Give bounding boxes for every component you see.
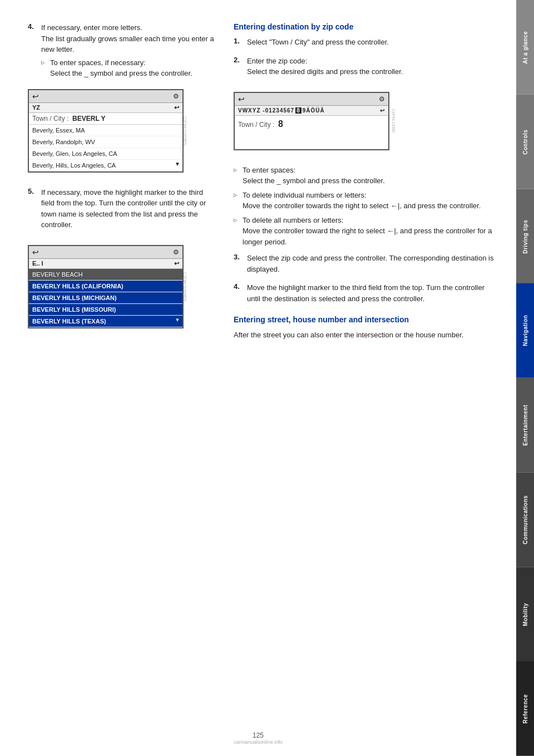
- settings-icon-2: ⚙: [173, 248, 179, 256]
- scroll-down-icon-2: ▼: [175, 317, 180, 323]
- step-1-right-num: 1.: [234, 37, 243, 48]
- zip-bullet-1: ▷ To enter spaces: Select the _ symbol a…: [234, 165, 500, 186]
- list-item-ca: BEVERLY HILLS (CALIFORNIA): [29, 281, 182, 292]
- sidebar-tab-controls[interactable]: Controls: [516, 95, 534, 189]
- step-4-right-num: 4.: [234, 282, 243, 304]
- step-2-right: 2. Enter the zip code: Select the desire…: [234, 56, 500, 157]
- step-4-right: 4. Move the highlight marker to the thir…: [234, 282, 500, 304]
- list-item-selected: BEVERLY BEACH: [29, 269, 182, 281]
- back-icon-zip: ↩: [238, 95, 245, 104]
- step-1-right-text: Select "Town / City" and press the contr…: [247, 37, 389, 48]
- sidebar-tab-at-a-glance[interactable]: At a glance: [516, 0, 534, 95]
- sidebar-tab-driving-tips[interactable]: Driving tips: [516, 189, 534, 284]
- back-icon-2: ↩: [32, 248, 39, 257]
- list-item-mi: BEVERLY HILLS (MICHIGAN): [29, 292, 182, 304]
- list-item-3: Beverly, Glen, Los Angeles, CA: [29, 148, 182, 160]
- screen-mockup-2: ↩ ⚙ E.. I ↩ BEVERLY BEACH BEVERLY HILLS …: [28, 245, 184, 328]
- triangle-icon-r2: ▷: [234, 192, 239, 212]
- triangle-icon-r3: ▷: [234, 217, 239, 248]
- sidebar-tab-navigation[interactable]: Navigation: [516, 283, 534, 378]
- triangle-icon-r1: ▷: [234, 167, 239, 186]
- section-heading-zip: Entering destination by zip code: [234, 22, 500, 31]
- list-item-tx: BEVERLY HILLS (TEXAS) ▼: [29, 316, 182, 327]
- back-icon: ↩: [32, 92, 39, 101]
- sidebar: At a glance Controls Driving tips Naviga…: [516, 0, 534, 756]
- settings-icon-zip: ⚙: [379, 95, 385, 103]
- screen-2-label: C1F84.01604EN: [182, 272, 186, 301]
- watermark: carmanualsonline.info: [234, 739, 283, 745]
- screen-keyboard-2: E.. I ↩: [29, 259, 182, 269]
- step-2-right-num: 2.: [234, 56, 243, 77]
- list-item-1: Beverly, Essex, MA: [29, 125, 182, 136]
- screen-header-1: ↩ ⚙: [29, 90, 182, 103]
- enter-icon-zip: ↩: [380, 107, 385, 114]
- list-item-4: Beverly, Hills, Los Angeles, CA ▼: [29, 160, 182, 171]
- scroll-down-icon: ▼: [175, 161, 180, 167]
- right-column: Entering destination by zip code 1. Sele…: [234, 22, 500, 343]
- enter-icon-1: ↩: [174, 104, 179, 111]
- zip-bullets: ▷ To enter spaces: Select the _ symbol a…: [234, 165, 500, 248]
- screen-keyboard-1: YZ ↩: [29, 103, 182, 113]
- step-4-bullet: ▷ To enter spaces, if necessary: Select …: [41, 57, 217, 79]
- step-5-num: 5.: [28, 187, 37, 230]
- step-1-right: 1. Select "Town / City" and press the co…: [234, 37, 500, 48]
- sidebar-tab-communications[interactable]: Communications: [516, 473, 534, 567]
- zip-keyboard: VWXYZ -0123456789ÄÖÜÄ ↩: [235, 106, 388, 116]
- step-4-right-text: Move the highlight marker to the third f…: [247, 282, 500, 304]
- triangle-icon: ▷: [41, 60, 47, 79]
- step-5-text: If necessary, move the highlight marker …: [41, 187, 217, 230]
- section-heading-street: Entering street, house number and inters…: [234, 315, 500, 324]
- zip-screen-wrapper: ↩ ⚙ VWXYZ -0123456789ÄÖÜÄ ↩ Town / City …: [234, 85, 389, 157]
- screen-1-label: C1F84.01603EN: [182, 116, 186, 145]
- main-content: 4. If necessary, enter more letters. The…: [0, 0, 516, 756]
- list-item-2: Beverly, Randolph, WV: [29, 136, 182, 148]
- step-4-num: 4.: [28, 22, 37, 55]
- street-para: After the street you can also enter the …: [234, 330, 500, 341]
- sidebar-tab-entertainment[interactable]: Entertainment: [516, 378, 534, 473]
- page-number: 125: [253, 732, 264, 739]
- sidebar-tab-reference[interactable]: Reference: [516, 661, 534, 756]
- step-3-right-num: 3.: [234, 253, 243, 274]
- screen-mockup-1: ↩ ⚙ YZ ↩ Town / City : BEVERL Y Beverly,…: [28, 89, 184, 173]
- step-2-right-text: Enter the zip code: Select the desired d…: [247, 56, 403, 77]
- step-5-left: 5. If necessary, move the highlight mark…: [28, 187, 217, 335]
- zip-screen-label: C1F44.13365: [391, 109, 395, 132]
- step-3-right-text: Select the zip code and press the contro…: [247, 253, 500, 274]
- settings-icon: ⚙: [173, 92, 179, 100]
- screen-input-1: Town / City : BEVERL Y: [29, 113, 182, 125]
- step-4-left: 4. If necessary, enter more letters. The…: [28, 22, 217, 179]
- screen-mockup-2-wrapper: ↩ ⚙ E.. I ↩ BEVERLY BEACH BEVERLY HILLS …: [28, 238, 184, 335]
- list-item-mo: BEVERLY HILLS (MISSOURI): [29, 304, 182, 316]
- zip-input-row: Town / City : 8: [235, 116, 388, 149]
- screen-mockup-1-wrapper: ↩ ⚙ YZ ↩ Town / City : BEVERL Y Beverly,…: [28, 82, 184, 179]
- screen-header-2: ↩ ⚙: [29, 246, 182, 259]
- step-4-text: If necessary, enter more letters. The li…: [41, 22, 217, 55]
- zip-screen-header: ↩ ⚙: [235, 93, 388, 106]
- highlighted-8-key: 8: [295, 107, 301, 114]
- left-column: 4. If necessary, enter more letters. The…: [28, 22, 217, 343]
- zip-bullet-2: ▷ To delete individual numbers or letter…: [234, 190, 500, 212]
- zip-bullet-3: ▷ To delete all numbers or letters: Move…: [234, 215, 500, 248]
- step-3-right: 3. Select the zip code and press the con…: [234, 253, 500, 274]
- zip-screen-mockup: ↩ ⚙ VWXYZ -0123456789ÄÖÜÄ ↩ Town / City …: [234, 92, 389, 150]
- enter-icon-2: ↩: [174, 260, 179, 267]
- sidebar-tab-mobility[interactable]: Mobility: [516, 567, 534, 662]
